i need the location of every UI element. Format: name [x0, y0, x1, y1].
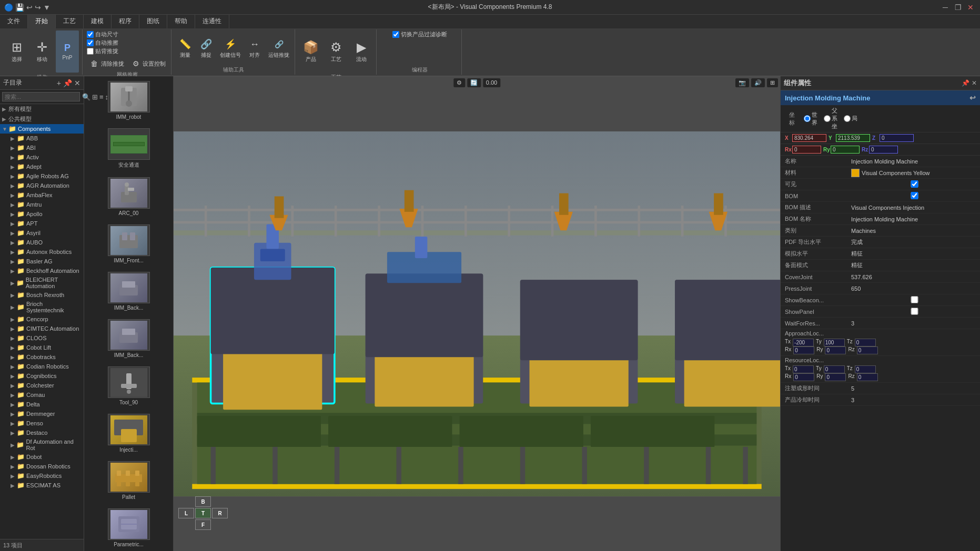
viewport-grid-btn[interactable]: ⊞ — [767, 78, 778, 87]
redo-quick-btn[interactable]: ↪ — [35, 3, 41, 12]
tree-item-comau[interactable]: ▶ 📁 Comau — [0, 390, 84, 400]
nav-cube-bottom[interactable]: F — [195, 519, 211, 530]
tree-item-basler[interactable]: ▶ 📁 Basler AG — [0, 257, 84, 266]
restore-btn[interactable]: ❐ — [953, 2, 963, 13]
add-component-btn[interactable]: + — [57, 79, 61, 87]
product-btn[interactable]: 📦 产品 — [299, 30, 322, 73]
set-control-btn[interactable]: ⚙设置控制 — [128, 57, 168, 70]
tree-item-cognibotics[interactable]: ▶ 📁 Cognibotics — [0, 371, 84, 381]
nav-cube-right[interactable]: R — [212, 508, 228, 518]
tree-item-cimtec[interactable]: ▶ 📁 CIMTEC Automation — [0, 324, 84, 333]
show-panel-checkbox[interactable] — [851, 308, 978, 315]
press-joint-input[interactable] — [851, 285, 978, 292]
properties-pin-btn[interactable]: 📌 — [962, 79, 969, 87]
show-beacon-checkbox[interactable] — [851, 296, 978, 303]
minimize-btn[interactable]: ─ — [940, 2, 951, 13]
tab-help[interactable]: 帮助 — [167, 15, 195, 28]
tree-item-autonox[interactable]: ▶ 📁 Autonox Robotics — [0, 247, 84, 257]
pdf-level-input[interactable] — [851, 239, 978, 246]
molding-time-input[interactable] — [851, 385, 978, 392]
tree-item-delta[interactable]: ▶ 📁 Delta — [0, 400, 84, 409]
viewport-settings-btn[interactable]: ⚙ — [453, 78, 465, 87]
z-position-input[interactable] — [880, 134, 914, 142]
auto-size-checkbox[interactable] — [87, 31, 94, 38]
tree-item-codian[interactable]: ▶ 📁 Codian Robotics — [0, 362, 84, 371]
approach-rz-input[interactable] — [857, 346, 878, 354]
thumb-imm-front[interactable]: IMM_Front... — [86, 222, 171, 266]
search-icon[interactable]: 🔍 — [82, 93, 90, 101]
tab-connectivity[interactable]: 连通性 — [195, 15, 229, 28]
tree-item-adept[interactable]: ▶ 📁 Adept — [0, 162, 84, 171]
select-btn[interactable]: ⊞ 选择 — [5, 30, 28, 73]
resource-tx-input[interactable] — [793, 365, 814, 373]
tree-item-amtru[interactable]: ▶ 📁 Amtru — [0, 200, 84, 209]
tree-item-activ[interactable]: ▶ 📁 Activ — [0, 152, 84, 162]
tree-item-apt[interactable]: ▶ 📁 APT — [0, 219, 84, 228]
resource-tz-input[interactable] — [855, 365, 876, 373]
tree-item-cloos[interactable]: ▶ 📁 CLOOS — [0, 333, 84, 343]
move-btn[interactable]: ✛ 移动 — [31, 30, 54, 73]
tree-item-cobotlift[interactable]: ▶ 📁 Cobot Lift — [0, 343, 84, 352]
tree-item-cencorp[interactable]: ▶ 📁 Cencorp — [0, 314, 84, 324]
thumb-pallet[interactable]: Pallet — [86, 458, 171, 503]
approach-tx-input[interactable] — [793, 339, 814, 346]
align-btn[interactable]: ↔ 对齐 — [245, 36, 264, 60]
tree-item-beckhoff[interactable]: ▶ 📁 Beckhoff Automation — [0, 266, 84, 276]
tree-item-escimat[interactable]: ▶ 📁 ESCIMAT AS — [0, 481, 84, 490]
clear-push-btn[interactable]: 🗑清除推拢 — [87, 57, 126, 70]
visible-checkbox[interactable] — [851, 180, 978, 188]
ry-input[interactable] — [831, 146, 860, 154]
rz-input[interactable] — [869, 146, 898, 154]
list-view-icon[interactable]: ≡ — [99, 93, 104, 101]
close-btn[interactable]: ✕ — [965, 2, 976, 13]
tab-start[interactable]: 开始 — [28, 15, 56, 28]
catalog-pin-btn[interactable]: 📌 — [63, 79, 72, 87]
tree-item-apollo[interactable]: ▶ 📁 Apollo — [0, 209, 84, 219]
bom-checkbox[interactable] — [851, 192, 978, 199]
thumb-arc00[interactable]: ARC_00 — [86, 175, 171, 219]
tree-item-brioch[interactable]: ▶ 📁 Brioch Systemtechnik — [0, 300, 84, 314]
rx-input[interactable] — [792, 146, 821, 154]
viewport-camera-btn[interactable]: 📷 — [735, 78, 749, 87]
thumb-imm-back1[interactable]: IMM_Back... — [86, 269, 171, 313]
back-push-checkbox-row[interactable]: 贴背推拢 — [87, 47, 118, 55]
3d-viewport[interactable]: ⚙ 🔄 0.00 📷 🔊 ⊞ — [174, 76, 780, 551]
tree-item-bosch[interactable]: ▶ 📁 Bosch Rexroth — [0, 290, 84, 300]
resource-rz-input[interactable] — [857, 373, 878, 381]
nav-cube-left[interactable]: L — [178, 508, 194, 518]
tree-item-df[interactable]: ▶ 📁 Df Automation and Rot — [0, 437, 84, 452]
tree-item-easy[interactable]: ▶ 📁 EasyRobotics — [0, 471, 84, 481]
tree-item-public-models[interactable]: ▶ 公共模型 — [0, 114, 84, 124]
approach-tz-input[interactable] — [855, 339, 876, 346]
tree-item-cobotracks[interactable]: ▶ 📁 Cobotracks — [0, 352, 84, 362]
tree-item-destaco[interactable]: ▶ 📁 Destaco — [0, 428, 84, 437]
tree-item-colchester[interactable]: ▶ 📁 Colchester — [0, 381, 84, 390]
resource-ry-input[interactable] — [825, 373, 846, 381]
resource-rx-input[interactable] — [793, 373, 814, 381]
catalog-close-btn[interactable]: ✕ — [74, 79, 80, 87]
flow-btn[interactable]: ▶ 流动 — [350, 30, 373, 73]
viewport-sound-btn[interactable]: 🔊 — [751, 78, 765, 87]
tree-item-aubo[interactable]: ▶ 📁 AUBO — [0, 238, 84, 247]
cooling-time-input[interactable] — [851, 397, 978, 403]
wait-for-res-input[interactable] — [851, 320, 978, 326]
cover-joint-input[interactable] — [851, 274, 978, 280]
nav-cube-top[interactable]: B — [195, 496, 211, 507]
tree-item-bleichert[interactable]: ▶ 📁 BLEICHERT Automation — [0, 276, 84, 290]
coord-world-option[interactable]: 世界 — [804, 111, 820, 127]
x-position-input[interactable] — [792, 134, 826, 142]
category-input[interactable] — [851, 228, 978, 234]
bom-name-input[interactable] — [851, 216, 978, 222]
properties-close-btn[interactable]: ✕ — [972, 79, 977, 87]
resource-ty-input[interactable] — [824, 365, 845, 373]
coord-local-option[interactable]: 局 — [844, 115, 860, 123]
tree-item-asyril[interactable]: ▶ 📁 Asyril — [0, 228, 84, 238]
tree-item-all-models[interactable]: ▶ 所有模型 — [0, 104, 84, 114]
approach-ry-input[interactable] — [825, 346, 846, 354]
sim-level-input[interactable] — [851, 251, 978, 257]
thumb-parametric[interactable]: Parametric... — [86, 506, 171, 550]
tab-modeling[interactable]: 建模 — [84, 15, 112, 28]
tree-item-components[interactable]: ▼ 📁 Components — [0, 124, 84, 134]
bom-desc-input[interactable] — [851, 205, 978, 211]
tree-item-denso[interactable]: ▶ 📁 Denso — [0, 419, 84, 428]
